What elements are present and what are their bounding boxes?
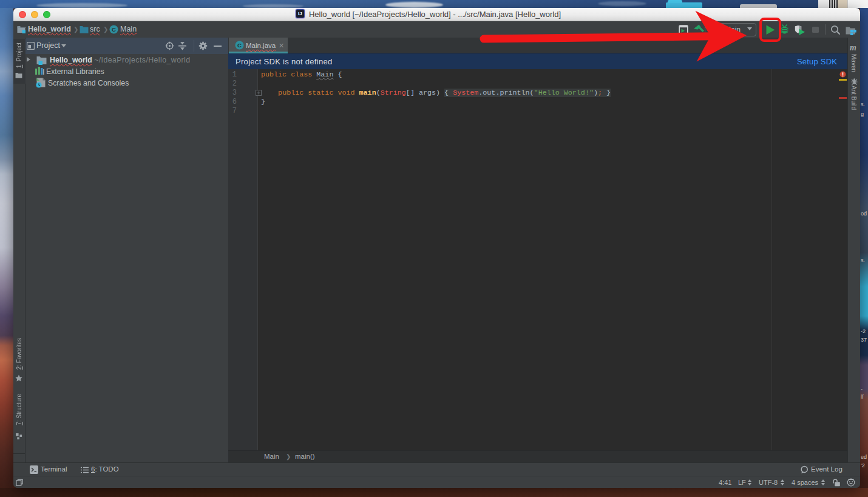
svg-text:C: C — [112, 26, 116, 33]
svg-text:C: C — [237, 42, 242, 49]
